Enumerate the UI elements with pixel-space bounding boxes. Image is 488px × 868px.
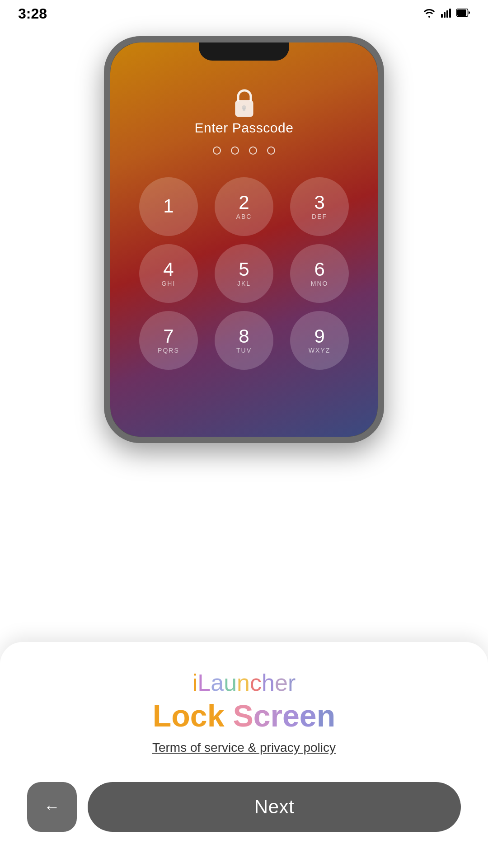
status-icons (423, 8, 470, 19)
svg-rect-5 (457, 9, 466, 16)
phone-notch (199, 42, 289, 61)
key-9[interactable]: 9 WXYZ (290, 311, 349, 370)
passcode-dot-3 (249, 146, 257, 155)
svg-rect-8 (243, 108, 245, 111)
key-4[interactable]: 4 GHI (139, 244, 198, 303)
next-button[interactable]: Next (88, 782, 461, 832)
svg-rect-1 (444, 12, 446, 18)
wifi-icon (423, 8, 436, 19)
passcode-dot-1 (213, 146, 221, 155)
bottom-buttons: ← Next (27, 782, 461, 832)
lock-screen-content: Enter Passcode 1 2 ABC (110, 42, 378, 437)
app-name-line2: Lock Screen (153, 698, 335, 733)
signal-icon (441, 8, 451, 19)
bottom-card: iLauncher Lock Screen Terms of service &… (0, 642, 488, 868)
back-button[interactable]: ← (27, 782, 77, 832)
battery-icon (456, 9, 470, 19)
phone-frame: Enter Passcode 1 2 ABC (104, 36, 384, 443)
key-6[interactable]: 6 MNO (290, 244, 349, 303)
svg-rect-3 (449, 9, 451, 18)
key-7[interactable]: 7 PQRS (139, 311, 198, 370)
status-bar: 3:28 (0, 0, 488, 27)
key-5[interactable]: 5 JKL (215, 244, 273, 303)
key-1[interactable]: 1 (139, 177, 198, 236)
passcode-label: Enter Passcode (195, 120, 294, 136)
app-title: iLauncher Lock Screen (153, 669, 335, 733)
lock-icon (232, 88, 257, 120)
phone-screen: Enter Passcode 1 2 ABC (110, 42, 378, 437)
terms-link[interactable]: Terms of service & privacy policy (152, 741, 336, 755)
keypad: 1 2 ABC 3 DEF 4 GHI (130, 177, 357, 370)
key-3[interactable]: 3 DEF (290, 177, 349, 236)
status-time: 3:28 (18, 5, 47, 22)
passcode-dot-2 (231, 146, 239, 155)
back-arrow-icon: ← (44, 797, 60, 816)
passcode-dots (213, 146, 275, 155)
app-name-line1: iLauncher (153, 669, 335, 696)
svg-rect-2 (446, 10, 448, 18)
key-8[interactable]: 8 TUV (215, 311, 273, 370)
phone-mockup: Enter Passcode 1 2 ABC (104, 36, 384, 443)
svg-rect-0 (441, 14, 443, 18)
passcode-dot-4 (267, 146, 275, 155)
key-2[interactable]: 2 ABC (215, 177, 273, 236)
